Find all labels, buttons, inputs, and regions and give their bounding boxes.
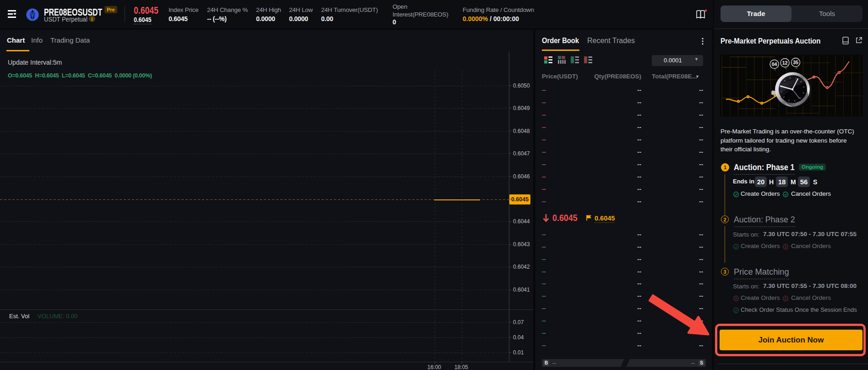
svg-text:i: i [92, 17, 93, 22]
svg-text:35: 35 [793, 60, 798, 65]
svg-text:M: M [796, 67, 797, 69]
svg-text:04: 04 [772, 61, 777, 67]
svg-text:12: 12 [782, 60, 788, 66]
svg-text:H: H [785, 67, 786, 70]
